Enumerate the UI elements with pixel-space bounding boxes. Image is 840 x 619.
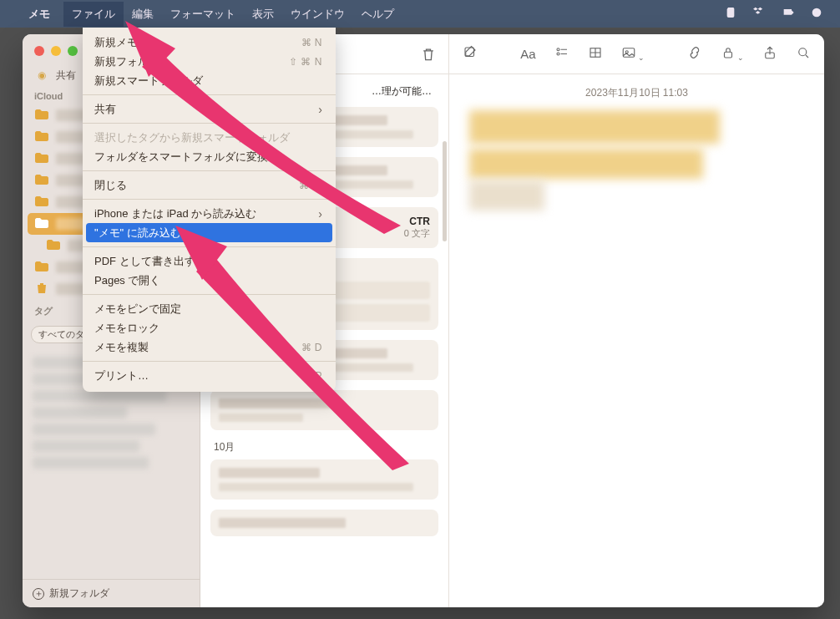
share-icon[interactable] [762, 45, 777, 63]
menu-close[interactable]: 閉じる⌘ W [83, 175, 336, 195]
highlight-block [469, 180, 544, 211]
file-menu-dropdown: 新規メモ⌘ N 新規フォルダ⇧ ⌘ N 新規スマートフォルダ 共有 選択したタグ… [83, 28, 336, 392]
menu-import-to-notes[interactable]: "メモ" に読み込む… [86, 223, 332, 242]
plus-icon: ＋ [33, 588, 44, 600]
trash-icon [34, 282, 49, 297]
search-icon[interactable] [796, 45, 811, 63]
shared-icon: ◉ [34, 69, 49, 81]
svg-point-5 [557, 48, 559, 50]
highlight-block [469, 149, 703, 179]
menu-convert-smart[interactable]: フォルダをスマートフォルダに変換 [83, 147, 336, 166]
folder-icon [34, 196, 49, 209]
highlight-block [469, 110, 720, 144]
link-icon[interactable] [687, 45, 702, 63]
folder-icon [34, 175, 49, 187]
note-card[interactable] [210, 390, 438, 430]
menu-format[interactable]: フォーマット [162, 2, 244, 27]
folder-icon [34, 218, 49, 231]
menu-help[interactable]: ヘルプ [353, 2, 402, 27]
menu-export-pdf[interactable]: PDF として書き出す… [83, 251, 336, 271]
menu-duplicate[interactable]: メモを複製⌘ D [83, 337, 336, 357]
menu-open-pages[interactable]: Pages で開く [83, 271, 336, 290]
note-card[interactable] [210, 510, 438, 536]
menubar: メモ ファイル 編集 フォーマット 表示 ウインドウ ヘルプ [0, 0, 840, 28]
font-icon[interactable]: Aa [520, 47, 535, 61]
menu-share[interactable]: 共有 [83, 99, 336, 119]
folder-icon [46, 240, 61, 252]
menu-print[interactable]: プリント…⌘ P [83, 366, 336, 385]
svg-rect-10 [725, 52, 732, 58]
svg-rect-4 [465, 48, 474, 57]
scrollbar[interactable] [443, 141, 447, 241]
svg-point-0 [812, 8, 822, 18]
sidebar-new-folder[interactable]: ＋ 新規フォルダ [23, 579, 200, 607]
month-header: 10月 [214, 440, 435, 454]
folder-icon [34, 153, 49, 165]
close-button[interactable] [34, 46, 44, 56]
evernote-icon[interactable] [725, 6, 738, 22]
note-toolbar: Aa ⌄ ⌄ [449, 34, 824, 74]
menu-lock[interactable]: メモをロック [83, 318, 336, 337]
compose-icon[interactable] [463, 45, 478, 63]
status-icon-2[interactable] [810, 6, 823, 22]
svg-point-6 [557, 53, 559, 55]
table-icon[interactable] [588, 45, 603, 63]
note-card[interactable] [210, 459, 438, 500]
lock-icon[interactable]: ⌄ [721, 45, 744, 63]
menu-edit[interactable]: 編集 [124, 2, 162, 27]
menubar-extras [725, 6, 840, 22]
trash-icon[interactable] [420, 46, 437, 63]
menu-new-folder[interactable]: 新規フォルダ⇧ ⌘ N [83, 52, 336, 71]
menu-import-device[interactable]: iPhone または iPad から読み込む [83, 204, 336, 223]
folder-icon [34, 109, 49, 122]
menu-new-smart-folder[interactable]: 新規スマートフォルダ [83, 71, 336, 90]
note-body[interactable]: 2023年11月10日 11:03 [449, 74, 824, 607]
dropbox-icon[interactable] [753, 6, 767, 22]
menu-new-note[interactable]: 新規メモ⌘ N [83, 33, 336, 52]
app-name[interactable]: メモ [28, 7, 50, 22]
menu-smart-from-tags: 選択したタグから新規スマートフォルダ [83, 128, 336, 147]
checklist-icon[interactable] [554, 45, 569, 63]
note-date: 2023年11月10日 11:03 [469, 86, 804, 100]
sidebar-new-folder-label: 新規フォルダ [49, 586, 109, 601]
menu-pin[interactable]: メモをピンで固定 [83, 299, 336, 318]
folder-icon [34, 131, 49, 144]
svg-point-12 [799, 48, 807, 55]
menu-file[interactable]: ファイル [63, 2, 124, 27]
sidebar-shared-label: 共有 [56, 68, 76, 83]
minimize-button[interactable] [51, 46, 61, 56]
status-icon-1[interactable] [782, 6, 795, 22]
note-pane: Aa ⌄ ⌄ 2023年11月10日 11:03 [449, 34, 824, 607]
menu-view[interactable]: 表示 [244, 2, 282, 27]
media-icon[interactable]: ⌄ [621, 45, 645, 63]
menu-window[interactable]: ウインドウ [282, 2, 353, 27]
folder-icon [34, 261, 49, 274]
zoom-button[interactable] [68, 46, 78, 56]
